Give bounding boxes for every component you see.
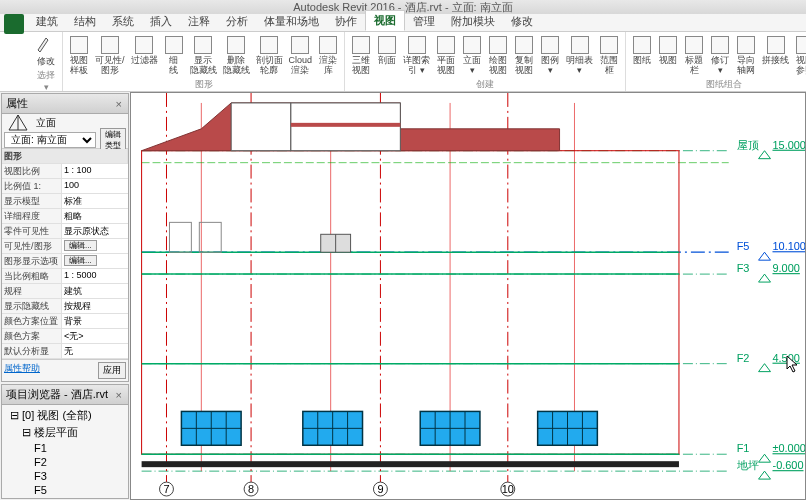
svg-text:±0.000: ±0.000 <box>773 442 806 454</box>
ribbon-btn[interactable]: 详图索引 ▾ <box>401 34 432 77</box>
svg-text:地坪: 地坪 <box>736 459 759 471</box>
svg-text:4.500: 4.500 <box>773 352 800 364</box>
ribbon-btn[interactable]: 标题栏 <box>682 34 706 77</box>
prop-key: 规程 <box>2 284 62 298</box>
ribbon-btn[interactable]: 绘图视图 <box>486 34 510 77</box>
svg-text:F3: F3 <box>737 262 750 274</box>
prop-value[interactable]: <无> <box>62 329 128 343</box>
type-selector[interactable]: 立面: 南立面 <box>4 132 96 148</box>
prop-value[interactable] <box>62 164 128 178</box>
prop-key: 当比例粗略度... <box>2 269 62 283</box>
ribbon-tab-系统[interactable]: 系统 <box>104 12 142 31</box>
svg-text:屋顶: 屋顶 <box>737 139 759 151</box>
ribbon-group-label: 图纸组合 <box>630 77 806 91</box>
modify-button[interactable]: 修改 <box>34 34 58 68</box>
select-group-label[interactable]: 选择 ▾ <box>34 68 58 92</box>
svg-rect-44 <box>169 222 191 252</box>
ribbon-tab-插入[interactable]: 插入 <box>142 12 180 31</box>
prop-value[interactable]: 背景 <box>62 314 128 328</box>
ribbon-btn[interactable]: 平面视图 <box>434 34 458 77</box>
svg-rect-38 <box>291 123 400 127</box>
prop-key: 可见性/图形替换 <box>2 239 62 253</box>
prop-value[interactable]: 1 : 5000 <box>62 269 128 283</box>
prop-value[interactable]: 100 <box>62 179 128 193</box>
ribbon-btn[interactable]: 细线 <box>162 34 186 77</box>
prop-value[interactable]: 编辑... <box>62 254 128 268</box>
tree-node[interactable]: F1 <box>4 441 126 455</box>
properties-help-link[interactable]: 属性帮助 <box>4 362 40 379</box>
project-browser-tree[interactable]: ⊟ [0] 视图 (全部)⊟ 楼层平面F1F2F3F5F6地坪场地⊟ 三维视图{… <box>2 405 128 499</box>
ribbon-tab-修改[interactable]: 修改 <box>503 12 541 31</box>
ribbon-tab-视图[interactable]: 视图 <box>365 10 405 31</box>
ribbon-btn[interactable]: 视图 <box>656 34 680 77</box>
ribbon-btn[interactable]: 可见性/图形 <box>93 34 127 77</box>
ribbon-tab-管理[interactable]: 管理 <box>405 12 443 31</box>
ribbon-btn[interactable]: 图例▾ <box>538 34 562 77</box>
ribbon-btn[interactable]: 删除隐藏线 <box>221 34 252 77</box>
ribbon-btn[interactable]: 视图参照 <box>793 34 806 77</box>
prop-key: 图形显示选项 <box>2 254 62 268</box>
ribbon-btn[interactable]: 明细表▾ <box>564 34 595 77</box>
ribbon-tab-分析[interactable]: 分析 <box>218 12 256 31</box>
ribbon-btn[interactable]: 复制视图 <box>512 34 536 77</box>
prop-key: 默认分析显示... <box>2 344 62 358</box>
svg-text:9.000: 9.000 <box>773 262 800 274</box>
ribbon-btn[interactable]: 导向轴网 <box>734 34 758 77</box>
ribbon-btn[interactable]: 视图样板 <box>67 34 91 77</box>
ribbon-btn[interactable]: 剖面 <box>375 34 399 77</box>
svg-rect-36 <box>142 151 679 455</box>
ribbon-tab-注释[interactable]: 注释 <box>180 12 218 31</box>
tree-node[interactable]: F6 <box>4 497 126 499</box>
edit-type-button[interactable]: 编辑类型 <box>100 128 126 152</box>
close-icon[interactable]: × <box>114 389 124 401</box>
ribbon-tab-协作[interactable]: 协作 <box>327 12 365 31</box>
prop-value[interactable]: 显示原状态 <box>62 224 128 238</box>
prop-key: 零件可见性 <box>2 224 62 238</box>
ribbon-btn[interactable]: 渲染库 <box>316 34 340 77</box>
svg-text:15.000: 15.000 <box>773 139 806 151</box>
ribbon-tab-附加模块[interactable]: 附加模块 <box>443 12 503 31</box>
ribbon-btn[interactable]: 立面▾ <box>460 34 484 77</box>
svg-rect-45 <box>199 222 221 252</box>
svg-text:10: 10 <box>502 483 514 495</box>
svg-text:7: 7 <box>163 483 169 495</box>
tree-node[interactable]: F2 <box>4 455 126 469</box>
ribbon-btn[interactable]: 范围框 <box>597 34 621 77</box>
revit-app-icon[interactable] <box>4 14 24 34</box>
tree-node[interactable]: ⊟ 楼层平面 <box>4 424 126 441</box>
svg-text:10.100: 10.100 <box>773 240 806 252</box>
svg-text:F2: F2 <box>737 352 750 364</box>
ribbon-btn[interactable]: 修订▾ <box>708 34 732 77</box>
ribbon-btn[interactable]: 拼接线 <box>760 34 791 77</box>
tree-node[interactable]: F3 <box>4 469 126 483</box>
svg-text:9: 9 <box>377 483 383 495</box>
ribbon-btn[interactable]: Cloud渲染 <box>287 34 315 77</box>
left-panels: 属性 × 立面 立面: 南立面 编辑类型 图形视图比例比例值 1:100显示模型… <box>0 92 130 500</box>
ribbon-btn[interactable]: 显示隐藏线 <box>188 34 219 77</box>
ribbon-btn[interactable]: 图纸 <box>630 34 654 77</box>
prop-value[interactable]: 编辑... <box>62 239 128 253</box>
prop-key: 显示隐藏线 <box>2 299 62 313</box>
ribbon-tab-建筑[interactable]: 建筑 <box>28 12 66 31</box>
close-icon[interactable]: × <box>114 98 124 110</box>
prop-value[interactable]: 标准 <box>62 194 128 208</box>
prop-value[interactable]: 无 <box>62 344 128 358</box>
ribbon-tab-结构[interactable]: 结构 <box>66 12 104 31</box>
ribbon-tabs: 建筑结构系统插入注释分析体量和场地协作视图管理附加模块修改 <box>0 14 806 32</box>
ribbon-tab-体量和场地[interactable]: 体量和场地 <box>256 12 327 31</box>
drawing-canvas[interactable]: 屋顶15.000F510.100F39.000F24.500F1±0.000地坪… <box>130 92 806 500</box>
prop-value[interactable]: 粗略 <box>62 209 128 223</box>
ribbon-btn[interactable]: 剖切面轮廓 <box>254 34 285 77</box>
apply-button[interactable]: 应用 <box>98 362 126 379</box>
prop-value[interactable]: 建筑 <box>62 284 128 298</box>
ribbon-group-label: 图形 <box>67 77 340 91</box>
prop-value[interactable]: 按规程 <box>62 299 128 313</box>
tree-node[interactable]: F5 <box>4 483 126 497</box>
browser-header: 项目浏览器 - 酒店.rvt × <box>2 385 128 405</box>
prop-key: 显示模型 <box>2 194 62 208</box>
tree-node[interactable]: ⊟ [0] 视图 (全部) <box>4 407 126 424</box>
prop-key: 比例值 1: <box>2 179 62 193</box>
prop-key: 颜色方案 <box>2 329 62 343</box>
ribbon-btn[interactable]: 三维视图 <box>349 34 373 77</box>
ribbon-btn[interactable]: 过滤器 <box>129 34 160 77</box>
